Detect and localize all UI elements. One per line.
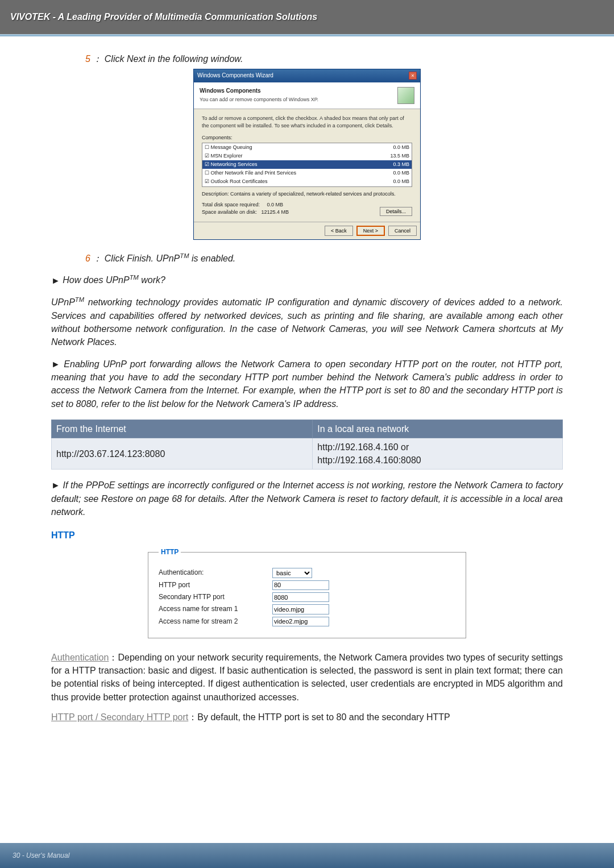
http-port-paragraph: HTTP port / Secondary HTTP port：By defau… xyxy=(51,711,563,724)
details-button[interactable]: Details... xyxy=(380,207,412,216)
wizard-screenshot: Windows Components Wizard × Windows Comp… xyxy=(51,69,563,240)
address-table: From the Internet In a local area networ… xyxy=(51,420,563,470)
wiz-head-sub: You can add or remove components of Wind… xyxy=(200,97,318,102)
table-cell-internet: http://203.67.124.123:8080 xyxy=(52,438,313,470)
step-6-text-b: is enabled. xyxy=(189,254,235,263)
step-sep: ： xyxy=(93,54,102,64)
secondary-port-label: Secondary HTTP port xyxy=(159,592,272,602)
components-label: Components: xyxy=(202,134,412,142)
http-legend: HTTP xyxy=(159,547,181,557)
windows-logo-icon xyxy=(397,87,414,104)
http-port-label: HTTP port xyxy=(159,580,272,590)
port-forwarding-note: ► Enabling UPnP port forwarding allows t… xyxy=(51,358,563,410)
table-header-lan: In a local area network xyxy=(313,420,563,438)
table-cell-lan: http://192.168.4.160 or http://192.168.4… xyxy=(313,438,563,470)
how-does-upnp-work: How does UPnPTM work? xyxy=(51,273,563,287)
step-6-num: 6 xyxy=(85,254,90,263)
auth-label: Authentication: xyxy=(159,568,272,578)
content: 5 ： Click Next in the following window. … xyxy=(0,36,614,724)
step-5-num: 5 xyxy=(85,54,90,64)
stream1-input[interactable] xyxy=(272,604,329,614)
footer-text: 30 - User's Manual xyxy=(13,852,69,859)
http-section-title: HTTP xyxy=(51,529,563,542)
list-item[interactable]: MSN Explorer xyxy=(211,153,243,159)
step-5: 5 ： Click Next in the following window. xyxy=(85,52,563,65)
stream2-input[interactable] xyxy=(272,617,329,626)
wiz-head-bold: Windows Components xyxy=(200,87,318,95)
auth-underline-label: Authentication xyxy=(51,653,109,662)
wiz-desc: Description: Contains a variety of speci… xyxy=(202,190,412,198)
list-item[interactable]: Other Network File and Print Services xyxy=(211,170,297,176)
list-item[interactable]: Networking Services xyxy=(211,161,258,167)
step-5-text: Click Next in the following window. xyxy=(105,54,243,64)
stream1-label: Access name for stream 1 xyxy=(159,604,272,614)
authentication-paragraph: Authentication：Depending on your network… xyxy=(51,651,563,704)
auth-select[interactable]: basic xyxy=(272,568,312,578)
step-6: 6 ： Click Finish. UPnPTM is enabled. xyxy=(85,251,563,265)
stream2-label: Access name for stream 2 xyxy=(159,617,272,626)
brand-text: VIVOTEK - A Leading Provider of Multimed… xyxy=(10,12,317,22)
tm-mark: TM xyxy=(180,252,189,259)
http-port-input[interactable] xyxy=(272,580,329,590)
pppoe-note: ► If the PPPoE settings are incorrectly … xyxy=(51,479,563,518)
secondary-port-input[interactable] xyxy=(272,592,329,602)
step-6-text-a: Click Finish. UPnP xyxy=(105,254,180,263)
page-footer: 30 - User's Manual xyxy=(0,843,614,868)
wiz-instr: To add or remove a component, click the … xyxy=(202,115,412,130)
back-button[interactable]: < Back xyxy=(325,226,353,236)
list-item[interactable]: Message Queuing xyxy=(211,144,252,150)
table-header-internet: From the Internet xyxy=(52,420,313,438)
page-header: VIVOTEK - A Leading Provider of Multimed… xyxy=(0,0,614,34)
step-sep: ： xyxy=(93,254,102,263)
wizard-title: Windows Components Wizard xyxy=(197,72,273,80)
components-list[interactable]: ☐ Message Queuing0.0 MB ☑ MSN Explorer13… xyxy=(202,143,412,187)
upnp-description: UPnPTM networking technology provides au… xyxy=(51,295,563,348)
cancel-button[interactable]: Cancel xyxy=(388,226,417,236)
list-item[interactable]: Outlook Root Certificates xyxy=(211,178,268,184)
http-settings-screenshot: HTTP Authentication: basic HTTP port Sec… xyxy=(51,547,563,638)
port-underline-label: HTTP port / Secondary HTTP port xyxy=(51,712,188,722)
close-icon[interactable]: × xyxy=(409,72,417,80)
next-button[interactable]: Next > xyxy=(356,226,385,236)
